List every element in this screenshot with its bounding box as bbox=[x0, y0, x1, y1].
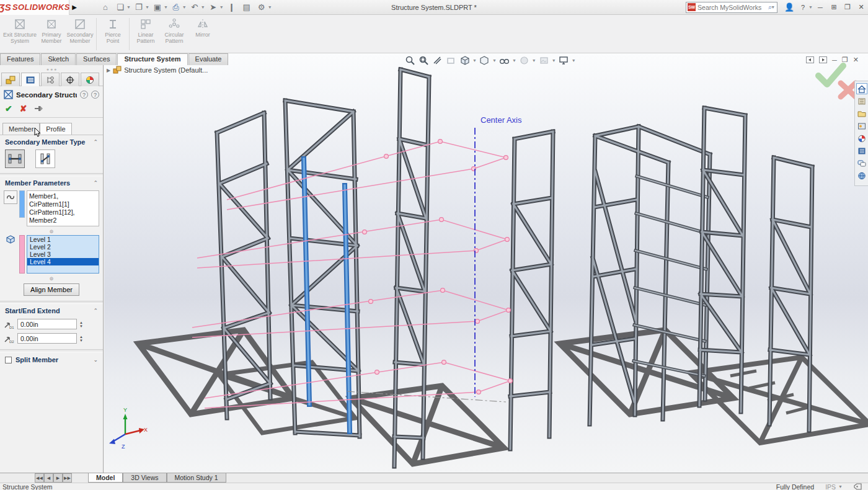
appearances-scenes-icon[interactable] bbox=[856, 133, 867, 144]
listbox-resize-handle[interactable]: ◍ bbox=[0, 276, 103, 281]
help-icon[interactable]: ? bbox=[91, 91, 99, 99]
tab-surfaces[interactable]: Surfaces bbox=[76, 53, 117, 65]
last-tab-nav-button[interactable]: ▶▶ bbox=[63, 473, 72, 483]
motion-study-tab[interactable]: Motion Study 1 bbox=[167, 473, 226, 483]
start-extend-input[interactable] bbox=[17, 319, 77, 329]
feature-tree-root-label[interactable]: Structure System (Default... bbox=[124, 66, 208, 74]
file-explorer-icon[interactable] bbox=[856, 108, 867, 119]
cancel-x-icon[interactable]: ✘ bbox=[20, 104, 27, 114]
model-tab[interactable]: Model bbox=[88, 473, 123, 483]
member-list-item[interactable]: CirPattern1[12], Member2 bbox=[29, 208, 97, 225]
feature-manager-tab[interactable] bbox=[1, 73, 20, 86]
end-extend-spinner[interactable]: ▲▼ bbox=[79, 335, 83, 342]
tab-structure-system[interactable]: Structure System bbox=[117, 53, 187, 65]
tab-features[interactable]: Features bbox=[0, 53, 40, 65]
design-library-icon[interactable] bbox=[856, 96, 867, 107]
align-member-button[interactable]: Align Member bbox=[24, 283, 79, 296]
prev-tab-nav-button[interactable]: ◀ bbox=[44, 473, 53, 483]
up-to-members-type-button[interactable] bbox=[35, 149, 55, 168]
display-manager-tab[interactable] bbox=[81, 73, 99, 86]
doc-minimize-button[interactable]: ─ bbox=[832, 56, 837, 64]
appearance-dropdown-icon[interactable]: ▼ bbox=[532, 58, 536, 63]
start-extend-spinner[interactable]: ▲▼ bbox=[79, 321, 83, 328]
maximize-button[interactable]: ⊞ bbox=[827, 1, 841, 14]
circular-pattern-button[interactable]: Circular Pattern bbox=[160, 17, 188, 44]
collapse-chevron-icon[interactable]: ⌃ bbox=[93, 180, 98, 186]
section-view-icon[interactable] bbox=[432, 55, 443, 66]
exit-structure-system-button[interactable]: Exit Structure System bbox=[2, 17, 37, 44]
options-dropdown-icon[interactable]: ▼ bbox=[268, 5, 272, 9]
home-icon[interactable]: ⌂ bbox=[98, 1, 113, 14]
view-settings-icon[interactable] bbox=[558, 55, 570, 66]
select-dropdown-icon[interactable]: ▼ bbox=[219, 5, 224, 9]
collapse-chevron-icon[interactable]: ⌃ bbox=[93, 308, 98, 314]
tab-profile[interactable]: Profile bbox=[40, 123, 71, 135]
tab-evaluate[interactable]: Evaluate bbox=[188, 53, 229, 65]
level-item[interactable]: Level 3 bbox=[27, 251, 99, 258]
first-tab-nav-button[interactable]: ◀◀ bbox=[35, 473, 44, 483]
whats-new-icon[interactable]: ? bbox=[80, 91, 88, 99]
next-tab-nav-button[interactable]: ▶ bbox=[53, 473, 63, 483]
level-item[interactable]: Level 2 bbox=[27, 243, 99, 251]
apply-scene-icon[interactable] bbox=[538, 55, 550, 66]
view-orientation-icon[interactable] bbox=[459, 55, 471, 66]
linear-pattern-button[interactable]: Linear Pattern bbox=[131, 17, 160, 44]
pane-right-icon[interactable] bbox=[819, 56, 827, 63]
expand-chevron-icon[interactable]: ⌄ bbox=[93, 357, 98, 363]
forum-icon[interactable] bbox=[856, 158, 867, 169]
pane-left-icon[interactable] bbox=[806, 56, 814, 63]
view-orientation-dropdown-icon[interactable]: ▼ bbox=[472, 58, 477, 63]
feature-tree-overlay[interactable]: ▶ Structure System (Default... bbox=[107, 66, 208, 74]
level-item-empty[interactable] bbox=[27, 265, 99, 273]
display-style-dropdown-icon[interactable]: ▼ bbox=[492, 58, 497, 63]
undo-dropdown-icon[interactable]: ▼ bbox=[201, 5, 205, 9]
member-list-item[interactable]: Member1, CirPattern1[1] bbox=[29, 192, 97, 208]
search-box[interactable]: SW ⌕ ▼ bbox=[686, 2, 777, 13]
member-selection-list[interactable]: Member1, CirPattern1[1] CirPattern1[12],… bbox=[27, 190, 99, 226]
hide-show-items-icon[interactable] bbox=[498, 55, 510, 66]
undo-icon[interactable]: ↶ bbox=[187, 1, 202, 14]
menu-expand-arrow[interactable]: ▶ bbox=[69, 4, 79, 11]
between-points-type-button[interactable] bbox=[5, 149, 25, 168]
graphics-area[interactable]: Center Axis Y X Z bbox=[104, 53, 868, 473]
file-properties-icon[interactable]: ▤ bbox=[239, 1, 254, 14]
doc-close-button[interactable]: ✕ bbox=[853, 56, 859, 64]
listbox-resize-handle[interactable]: ◍ bbox=[0, 229, 103, 234]
rebuild-icon[interactable]: ❙ bbox=[224, 1, 239, 14]
restore-button[interactable]: ❐ bbox=[841, 1, 854, 14]
search-dropdown-icon[interactable]: ▼ bbox=[771, 5, 775, 9]
display-style-icon[interactable] bbox=[479, 55, 490, 66]
user-account-icon[interactable]: 👤 bbox=[782, 1, 796, 14]
tab-sketch[interactable]: Sketch bbox=[41, 53, 76, 65]
level-item[interactable]: Level 1 bbox=[27, 236, 99, 243]
tag-icon[interactable] bbox=[854, 483, 862, 490]
end-extend-input[interactable] bbox=[17, 333, 77, 344]
primary-member-button[interactable]: Primary Member bbox=[37, 17, 66, 44]
zoom-fit-icon[interactable] bbox=[404, 55, 416, 66]
edit-appearance-icon[interactable] bbox=[518, 55, 530, 66]
previous-view-icon[interactable] bbox=[445, 55, 457, 66]
member-parameters-header[interactable]: Member Parameters ⌃ bbox=[0, 176, 103, 189]
save-dropdown-icon[interactable]: ▼ bbox=[164, 5, 168, 9]
3d-views-tab[interactable]: 3D Views bbox=[123, 473, 166, 483]
start-end-extend-header[interactable]: Start/End Extend ⌃ bbox=[0, 304, 103, 317]
ok-check-icon[interactable]: ✔ bbox=[5, 104, 12, 114]
panel-resize-handle[interactable]: ● ● ● bbox=[0, 65, 103, 73]
collapse-chevron-icon[interactable]: ⌃ bbox=[93, 139, 98, 145]
zoom-area-icon[interactable] bbox=[418, 55, 430, 66]
units-dropdown-icon[interactable]: ▼ bbox=[838, 484, 843, 489]
spinner-down-icon[interactable]: ▼ bbox=[79, 339, 83, 342]
help-button[interactable]: ? bbox=[796, 1, 810, 14]
view-settings-dropdown-icon[interactable]: ▼ bbox=[572, 58, 576, 63]
help-dropdown-icon[interactable]: ▼ bbox=[808, 5, 813, 9]
configuration-manager-tab[interactable] bbox=[41, 73, 60, 86]
level-item-selected[interactable]: Level 4 bbox=[27, 258, 99, 265]
level-list[interactable]: Level 1 Level 2 Level 3 Level 4 bbox=[27, 235, 99, 274]
minimize-button[interactable]: ─ bbox=[813, 1, 827, 14]
new-document-icon[interactable]: ❏ bbox=[113, 1, 128, 14]
print-dropdown-icon[interactable]: ▼ bbox=[182, 5, 187, 9]
hide-show-dropdown-icon[interactable]: ▼ bbox=[512, 58, 516, 63]
open-dropdown-icon[interactable]: ▼ bbox=[145, 5, 149, 9]
select-icon[interactable]: ➤ bbox=[206, 1, 221, 14]
close-button[interactable]: ✕ bbox=[854, 1, 868, 14]
